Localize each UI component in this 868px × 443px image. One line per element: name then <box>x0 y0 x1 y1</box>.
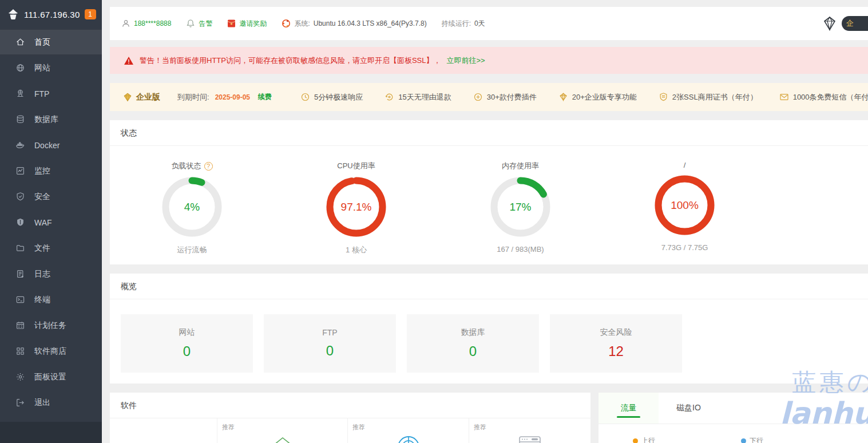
software-cell-monitor[interactable]: 推荐 <box>348 418 469 443</box>
sidebar-item-label: 面板设置 <box>34 372 66 382</box>
invite-label[interactable]: 邀请奖励 <box>239 19 267 29</box>
enterprise-feature: 20+企业版专享功能 <box>558 92 637 102</box>
sidebar-item-安全[interactable]: 安全 <box>0 184 102 209</box>
software-cell-webserver[interactable]: 推荐 <box>469 418 590 443</box>
card-value[interactable]: 0 <box>469 343 477 359</box>
sidebar-item-label: 数据库 <box>34 114 58 125</box>
renew-link[interactable]: 续费 <box>258 92 272 102</box>
recommend-badge: 推荐 <box>474 423 486 432</box>
gauge-memory-ring: 17% <box>490 177 550 237</box>
settings-icon <box>15 372 25 382</box>
sidebar-item-日志[interactable]: 日志 <box>0 261 102 287</box>
account-group[interactable]: 188****8888 <box>121 19 171 28</box>
sidebar-item-退出[interactable]: 退出 <box>0 390 102 416</box>
account-phone[interactable]: 188****8888 <box>134 19 171 27</box>
sidebar-item-软件商店[interactable]: 软件商店 <box>0 338 102 364</box>
panel-logo-icon <box>7 8 19 21</box>
vip-diamond-icon[interactable] <box>821 16 838 31</box>
invite-group[interactable]: 邀请奖励 <box>227 19 267 29</box>
sidebar-header[interactable]: 111.67.196.30 1 <box>0 0 102 29</box>
vip-badge[interactable]: 企 <box>842 16 868 31</box>
card-value[interactable]: 12 <box>608 343 624 359</box>
gauge-memory-title: 内存使用率 <box>502 161 539 171</box>
sidebar-footer <box>0 422 102 443</box>
alert-group[interactable]: 告警 <box>186 19 212 29</box>
sidebar-item-监控[interactable]: 监控 <box>0 158 102 184</box>
gauge-load: 负载状态 ? 4% 运行流畅 <box>110 161 274 255</box>
enterprise-feature: 2张SSL商用证书（年付） <box>659 92 758 102</box>
sidebar-item-首页[interactable]: 首页 <box>0 29 102 55</box>
waf-icon <box>15 217 25 227</box>
system-label: 系统: <box>294 19 310 29</box>
software-list: 推荐 WAF 推荐 推荐 <box>110 418 590 443</box>
gauge-cpu-title: CPU使用率 <box>337 161 375 171</box>
waf-plugin-icon: WAF <box>269 434 296 443</box>
terminal-icon <box>15 295 25 304</box>
software-cell-empty <box>110 418 217 443</box>
tab-traffic[interactable]: 流量 <box>599 393 659 424</box>
sidebar-item-面板设置[interactable]: 面板设置 <box>0 364 102 390</box>
sidebar-item-label: 计划任务 <box>34 321 66 331</box>
overview-card-ftp[interactable]: FTP 0 <box>264 314 396 373</box>
legend-label: 上行 <box>641 436 655 443</box>
ubuntu-icon <box>282 19 291 28</box>
sidebar-item-label: 退出 <box>34 398 50 408</box>
message-count-badge[interactable]: 1 <box>85 9 96 19</box>
enterprise-badge[interactable]: 企业版 <box>122 92 160 102</box>
gauge-memory: 内存使用率 17% 167 / 983(MB) <box>438 161 603 255</box>
sidebar-item-Docker[interactable]: Docker <box>0 132 102 158</box>
alert-label[interactable]: 告警 <box>199 19 212 29</box>
gauge-disk-value: 100% <box>655 175 715 235</box>
overview-card-security-risk[interactable]: 安全风险 12 <box>550 314 682 373</box>
gauge-load-value: 4% <box>162 177 222 237</box>
enterprise-feature-label: 2张SSL商用证书（年付） <box>672 92 758 102</box>
software-cell-waf[interactable]: 推荐 WAF <box>217 418 348 443</box>
red-envelope-icon <box>227 19 236 28</box>
sidebar-menu: 首页网站FTP数据库Docker监控安全WAF文件日志终端计划任务软件商店面板设… <box>0 29 102 416</box>
logout-icon <box>15 398 25 408</box>
gauge-disk-ring: 100% <box>655 175 715 235</box>
card-label: 网站 <box>179 327 195 338</box>
warning-triangle-icon <box>124 56 134 65</box>
overview-cards: 网站 0 FTP 0 数据库 0 安全风险 12 <box>110 299 868 373</box>
sidebar-item-数据库[interactable]: 数据库 <box>0 106 102 132</box>
enterprise-badge-label: 企业版 <box>136 92 160 102</box>
files-icon <box>15 243 25 253</box>
gauge-cpu: CPU使用率 97.1% 1 核心 <box>274 161 438 255</box>
enterprise-feature: 30+款付费插件 <box>473 92 537 102</box>
card-value[interactable]: 0 <box>183 343 191 359</box>
load-help-icon[interactable]: ? <box>204 162 213 171</box>
sidebar-item-label: 网站 <box>34 63 50 73</box>
card-label: FTP <box>322 328 337 337</box>
sidebar-item-label: FTP <box>34 89 49 98</box>
webserver-plugin-icon <box>516 434 544 443</box>
overview-card-sites[interactable]: 网站 0 <box>121 314 253 373</box>
sidebar-item-WAF[interactable]: WAF <box>0 209 102 235</box>
topbar-right[interactable]: 企 <box>821 16 857 31</box>
sidebar-item-计划任务[interactable]: 计划任务 <box>0 313 102 338</box>
card-value[interactable]: 0 <box>326 343 334 359</box>
enterprise-diamond-icon <box>122 93 133 102</box>
tab-disk-io[interactable]: 磁盘IO <box>659 393 719 424</box>
overview-card-database[interactable]: 数据库 0 <box>407 314 539 373</box>
legend-downstream: 下行 <box>741 436 763 443</box>
gauge-row: 负载状态 ? 4% 运行流畅 CPU使用率 <box>110 146 868 255</box>
sidebar-item-网站[interactable]: 网站 <box>0 55 102 81</box>
sidebar-item-FTP[interactable]: FTP <box>0 81 102 106</box>
enterprise-feature-label: 20+企业版专享功能 <box>572 92 637 102</box>
sidebar-item-文件[interactable]: 文件 <box>0 235 102 261</box>
ftp-icon <box>15 89 25 98</box>
software-panel: 软件 推荐 WAF 推荐 <box>110 393 590 443</box>
enterprise-feature-label: 15天无理由退款 <box>398 92 451 102</box>
site-icon <box>15 63 25 73</box>
diamond-icon <box>558 92 568 102</box>
sidebar-item-终端[interactable]: 终端 <box>0 287 102 313</box>
sidebar-item-label: WAF <box>34 218 52 227</box>
overview-panel: 概览 网站 0 FTP 0 数据库 0 安全风险 12 <box>110 274 868 383</box>
user-icon <box>121 19 130 28</box>
warning-go-link[interactable]: 立即前往>> <box>447 56 485 66</box>
enterprise-bar: 企业版 到期时间: 2025-09-05 续费 5分钟极速响应15天无理由退款3… <box>110 83 868 111</box>
enterprise-feature: 15天无理由退款 <box>385 92 451 102</box>
upstream-dot-icon <box>633 438 638 443</box>
chart-legend: 上行 下行 <box>633 436 868 443</box>
